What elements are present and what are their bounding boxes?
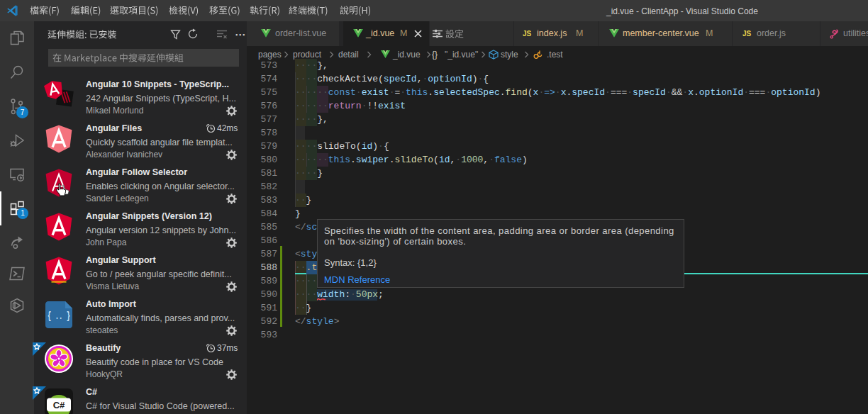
svg-text:{ .. }: { .. } — [48, 310, 70, 322]
svg-text:C#: C# — [53, 400, 65, 410]
